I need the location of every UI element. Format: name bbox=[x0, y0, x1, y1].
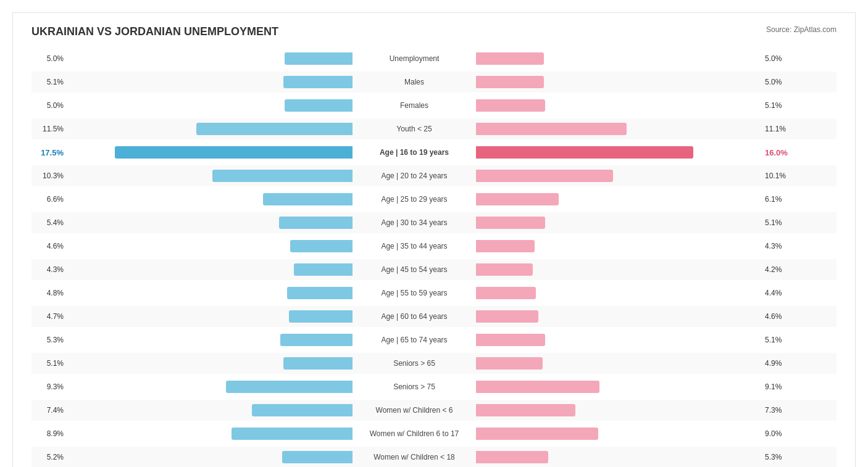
left-bar bbox=[232, 428, 353, 440]
right-value: 16.0% bbox=[760, 148, 797, 157]
right-bar-area bbox=[476, 263, 760, 276]
row-label: Age | 60 to 64 years bbox=[353, 312, 476, 321]
left-bar-area bbox=[69, 52, 353, 65]
left-bar-area bbox=[69, 217, 353, 229]
left-bar bbox=[283, 357, 353, 370]
left-bar bbox=[282, 451, 353, 463]
right-bar bbox=[476, 123, 627, 135]
left-value: 6.6% bbox=[31, 195, 69, 204]
chart-body: 5.0% Unemployment 5.0% 5.1% Males 5.0% 5… bbox=[31, 48, 837, 467]
left-bar bbox=[115, 146, 353, 159]
left-bar-area bbox=[69, 310, 353, 323]
row-label: Age | 25 to 29 years bbox=[353, 195, 476, 204]
right-value: 10.1% bbox=[760, 172, 797, 180]
right-value: 5.1% bbox=[760, 101, 797, 110]
right-bar-area bbox=[476, 428, 760, 440]
left-bar bbox=[280, 334, 353, 346]
right-bar bbox=[476, 76, 544, 88]
right-value: 4.2% bbox=[760, 265, 797, 274]
right-value: 5.0% bbox=[760, 54, 797, 63]
chart-row: 9.3% Seniors > 75 9.1% bbox=[31, 376, 837, 397]
right-bar-area bbox=[476, 170, 760, 182]
right-bar-area bbox=[476, 287, 760, 299]
chart-row: 5.1% Seniors > 65 4.9% bbox=[31, 353, 837, 374]
row-label: Seniors > 75 bbox=[353, 382, 476, 391]
left-bar-area bbox=[69, 357, 353, 370]
left-bar-area bbox=[69, 428, 353, 440]
row-label: Males bbox=[353, 78, 476, 86]
right-value: 9.0% bbox=[760, 429, 797, 438]
row-label: Women w/ Children < 6 bbox=[353, 406, 476, 415]
right-bar bbox=[476, 99, 545, 112]
right-bar-area bbox=[476, 381, 760, 393]
right-bar-area bbox=[476, 99, 760, 112]
left-value: 4.7% bbox=[31, 312, 69, 321]
row-label: Age | 16 to 19 years bbox=[353, 148, 476, 157]
left-bar-area bbox=[69, 287, 353, 299]
right-bar-area bbox=[476, 76, 760, 88]
right-bar bbox=[476, 217, 545, 229]
left-bar-area bbox=[69, 146, 353, 159]
left-value: 10.3% bbox=[31, 172, 69, 180]
row-label: Unemployment bbox=[353, 54, 476, 63]
chart-row: 6.6% Age | 25 to 29 years 6.1% bbox=[31, 189, 837, 210]
row-label: Age | 35 to 44 years bbox=[353, 242, 476, 250]
right-value: 9.1% bbox=[760, 382, 797, 391]
left-bar bbox=[289, 310, 353, 323]
row-label: Age | 45 to 54 years bbox=[353, 265, 476, 274]
left-bar bbox=[285, 99, 353, 112]
left-bar bbox=[263, 193, 353, 205]
left-value: 11.5% bbox=[31, 125, 69, 133]
row-label: Females bbox=[353, 101, 476, 110]
right-bar bbox=[476, 428, 598, 440]
left-bar-area bbox=[69, 99, 353, 112]
chart-row: 5.0% Females 5.1% bbox=[31, 95, 837, 116]
left-bar bbox=[212, 170, 353, 182]
chart-row: 4.3% Age | 45 to 54 years 4.2% bbox=[31, 259, 837, 280]
left-bar-area bbox=[69, 240, 353, 252]
right-value: 5.0% bbox=[760, 78, 797, 86]
chart-row: 10.3% Age | 20 to 24 years 10.1% bbox=[31, 165, 837, 186]
left-value: 7.4% bbox=[31, 406, 69, 415]
right-value: 4.3% bbox=[760, 242, 797, 250]
row-label: Seniors > 65 bbox=[353, 359, 476, 368]
left-bar-area bbox=[69, 76, 353, 88]
right-bar bbox=[476, 240, 535, 252]
chart-row: 11.5% Youth < 25 11.1% bbox=[31, 118, 837, 139]
left-bar bbox=[287, 287, 353, 299]
chart-title: UKRAINIAN VS JORDANIAN UNEMPLOYMENT bbox=[31, 25, 278, 38]
right-bar-area bbox=[476, 52, 760, 65]
right-value: 6.1% bbox=[760, 195, 797, 204]
right-bar bbox=[476, 357, 543, 370]
left-value: 17.5% bbox=[31, 148, 69, 157]
right-bar-area bbox=[476, 240, 760, 252]
left-value: 9.3% bbox=[31, 382, 69, 391]
right-bar-area bbox=[476, 217, 760, 229]
chart-row: 5.3% Age | 65 to 74 years 5.1% bbox=[31, 329, 837, 350]
chart-row: 17.5% Age | 16 to 19 years 16.0% bbox=[31, 142, 837, 163]
right-bar bbox=[476, 381, 599, 393]
left-value: 4.8% bbox=[31, 289, 69, 297]
left-value: 5.1% bbox=[31, 78, 69, 86]
right-bar bbox=[476, 170, 613, 182]
left-value: 4.6% bbox=[31, 242, 69, 250]
right-value: 5.1% bbox=[760, 336, 797, 344]
chart-row: 5.0% Unemployment 5.0% bbox=[31, 48, 837, 69]
right-value: 7.3% bbox=[760, 406, 797, 415]
left-value: 5.1% bbox=[31, 359, 69, 368]
left-value: 8.9% bbox=[31, 429, 69, 438]
right-value: 11.1% bbox=[760, 125, 797, 133]
left-bar bbox=[196, 123, 353, 135]
chart-row: 7.4% Women w/ Children < 6 7.3% bbox=[31, 400, 837, 421]
right-bar-area bbox=[476, 146, 760, 159]
right-bar bbox=[476, 451, 548, 463]
chart-row: 4.8% Age | 55 to 59 years 4.4% bbox=[31, 283, 837, 304]
left-bar-area bbox=[69, 334, 353, 346]
right-bar-area bbox=[476, 357, 760, 370]
left-bar bbox=[252, 404, 353, 416]
left-bar bbox=[290, 240, 353, 252]
left-bar bbox=[283, 76, 353, 88]
right-bar bbox=[476, 146, 693, 159]
left-value: 5.2% bbox=[31, 453, 69, 461]
right-bar bbox=[476, 334, 545, 346]
